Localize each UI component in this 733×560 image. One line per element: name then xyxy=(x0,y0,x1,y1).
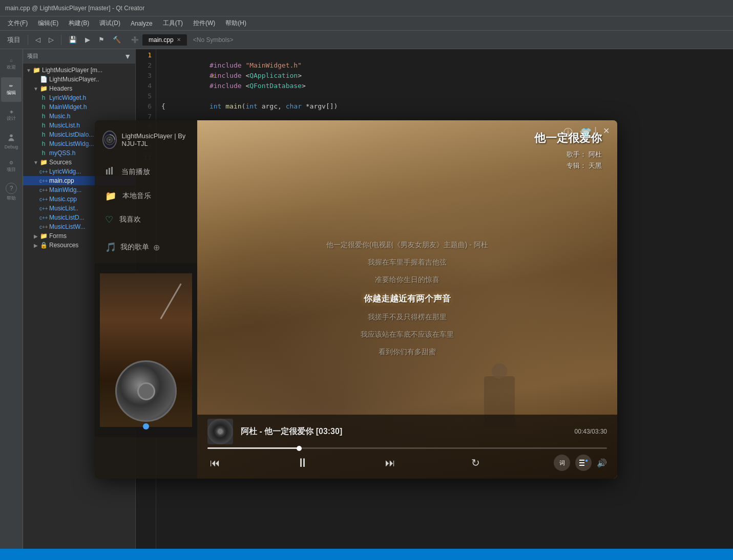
tree-s-musiclistd-label: MusicListD... xyxy=(49,214,85,221)
lyric-1: 我握在车里手握着吉他弦 xyxy=(368,258,447,267)
song-title: 他一定很爱你 xyxy=(213,131,602,146)
svg-rect-5 xyxy=(109,168,110,175)
menu-file[interactable]: 文件(F) xyxy=(3,17,33,30)
cpp-icon4: c++ xyxy=(39,197,48,202)
title-bar: main.cpp @ LightMusicPlayer [master] - Q… xyxy=(0,0,733,16)
sidebar-item-debug[interactable]: Debug xyxy=(1,128,22,153)
menu-help[interactable]: 帮助(H) xyxy=(220,17,252,30)
svg-rect-7 xyxy=(579,460,584,461)
now-playing-info: 阿杜 - 他一定很爱你 [03:30] 00:43/03:30 xyxy=(207,419,607,444)
playlist-section: 🎵 我的歌单 ⊕ xyxy=(95,242,197,253)
info-icon[interactable]: ⓘ xyxy=(563,126,573,139)
playlist-toggle-btn[interactable] xyxy=(575,455,592,471)
window-title: main.cpp @ LightMusicPlayer [master] - Q… xyxy=(5,5,144,12)
album-art-placeholder xyxy=(115,360,177,422)
lyric-btn[interactable]: 词 xyxy=(554,455,570,471)
tree-root[interactable]: ▼ 📁 LightMusicPlayer [m... xyxy=(23,66,135,75)
tree-header-label: 项目 xyxy=(27,52,38,60)
menu-bar: 文件(F) 编辑(E) 构建(B) 调试(D) Analyze 工具(T) 控件… xyxy=(0,16,733,31)
cpp-icon2: c++ xyxy=(39,178,48,184)
left-sidebar: ⌂ 欢迎 ✏ 编辑 ◈ 设计 Debug ⚙ 项目 ? 帮助 xyxy=(0,49,23,560)
music-player: LightMusicPlayer | By NJU-TJL 当前播放 📁 本地音… xyxy=(95,120,617,479)
tree-pro-label: LightMusicPlayer.. xyxy=(49,76,99,83)
song-info-top: 他一定很爱你 歌手： 阿杜 专辑： 天黑 xyxy=(197,120,617,183)
tree-h-music[interactable]: h Music.h xyxy=(23,112,135,121)
toolbar-btn-back[interactable]: ◁ xyxy=(32,34,44,45)
tree-sources-label: Sources xyxy=(49,159,72,166)
menu-debug[interactable]: 调试(D) xyxy=(94,17,125,30)
tree-h-main[interactable]: h MainWidget.h xyxy=(23,102,135,112)
sidebar-item-project[interactable]: ⚙ 项目 xyxy=(1,154,22,179)
tab-main-cpp[interactable]: main.cpp ✕ xyxy=(142,34,187,46)
lyric-5: 我应该站在车底不应该在车里 xyxy=(361,330,454,339)
repeat-btn[interactable]: ↻ xyxy=(469,454,483,471)
player-content-overlay: ⓘ 👕 — | ✕ 他一定很爱你 歌手： 阿杜 专辑： 天黑 xyxy=(197,120,617,479)
tree-item-pro[interactable]: 📄 LightMusicPlayer.. xyxy=(23,75,135,84)
play-pause-btn[interactable]: ⏸ xyxy=(294,453,311,472)
menu-tools[interactable]: 工具(T) xyxy=(158,17,188,30)
heart-icon: ♡ xyxy=(105,214,113,225)
now-playing-text: 阿杜 - 他一定很爱你 [03:30] xyxy=(241,426,567,437)
minimize-icon[interactable]: — xyxy=(580,126,588,136)
nav-favorites-label: 我喜欢 xyxy=(119,215,141,224)
h-file-icon4: h xyxy=(39,122,48,129)
tree-forms-label: Forms xyxy=(49,232,67,240)
tree-h-lyric[interactable]: h LyricWidget.h xyxy=(23,93,135,102)
close-icon[interactable]: ✕ xyxy=(603,126,610,136)
playlist-icon: 🎵 xyxy=(105,242,116,253)
progress-bar-bg[interactable] xyxy=(207,447,607,449)
toolbar-btn-debug-run[interactable]: ⚑ xyxy=(95,34,108,45)
nav-local-music[interactable]: 📁 本地音乐 xyxy=(95,184,197,208)
menu-edit[interactable]: 编辑(E) xyxy=(33,17,64,30)
sidebar-item-edit[interactable]: ✏ 编辑 xyxy=(1,77,22,102)
progress-container[interactable] xyxy=(207,447,607,449)
tree-header: 项目 ▼ xyxy=(23,49,135,63)
menu-build[interactable]: 构建(B) xyxy=(64,17,94,30)
nav-now-playing[interactable]: 当前播放 xyxy=(95,159,197,184)
toolbar-btn-forward[interactable]: ▷ xyxy=(46,34,57,45)
toolbar-btn-save[interactable]: 💾 xyxy=(66,34,80,45)
toolbar-add-tab[interactable]: ➕ xyxy=(131,36,139,44)
cpp-icon3: c++ xyxy=(39,187,48,193)
tree-s-music-label: Music.cpp xyxy=(49,196,77,203)
equalizer-icon xyxy=(105,165,115,176)
svg-point-0 xyxy=(10,135,13,138)
controls-row: ⏮ ⏸ ⏭ ↻ 词 xyxy=(207,453,607,472)
menu-analyze[interactable]: Analyze xyxy=(125,18,158,29)
project-icon: ⚙ xyxy=(9,160,13,165)
svg-rect-9 xyxy=(579,465,584,466)
playlist-add-btn[interactable]: ⊕ xyxy=(153,243,160,252)
lyric-6: 看到你们有多甜蜜 xyxy=(379,348,436,357)
tree-root-arrow: ▼ xyxy=(25,68,32,73)
volume-icon[interactable]: 🔊 xyxy=(597,458,607,468)
player-main: ⓘ 👕 — | ✕ 他一定很爱你 歌手： 阿杜 专辑： 天黑 xyxy=(197,120,617,479)
tree-resources-label: Resources xyxy=(49,242,78,249)
toolbar-btn-run[interactable]: ▶ xyxy=(82,34,93,45)
tab-main-cpp-close[interactable]: ✕ xyxy=(177,37,181,42)
tree-filter-icon[interactable]: ▼ xyxy=(124,52,131,60)
song-album: 专辑： 天黑 xyxy=(213,161,602,170)
prev-btn[interactable]: ⏮ xyxy=(207,455,223,471)
sidebar-item-design[interactable]: ◈ 设计 xyxy=(1,103,22,127)
toolbar-project-label: 项目 xyxy=(4,34,24,46)
menu-controls[interactable]: 控件(W) xyxy=(188,17,220,30)
svg-rect-4 xyxy=(106,169,108,175)
tree-s-mainwidget-label: MainWidg... xyxy=(49,186,81,193)
next-btn[interactable]: ⏭ xyxy=(383,455,398,471)
vinyl-logo-icon xyxy=(104,134,115,145)
toolbar: 项目 ◁ ▷ 💾 ▶ ⚑ 🔨 ➕ main.cpp ✕ <No Symbols> xyxy=(0,31,733,49)
sidebar-item-welcome[interactable]: ⌂ 欢迎 xyxy=(1,52,22,76)
progress-handle[interactable] xyxy=(297,446,302,451)
tree-s-musiclistw-label: MusicListW... xyxy=(49,223,86,230)
svg-rect-6 xyxy=(111,167,113,175)
vinyl-center xyxy=(137,382,155,400)
sidebar-item-help[interactable]: ? 帮助 xyxy=(1,180,22,204)
song-artist: 歌手： 阿杜 xyxy=(213,150,602,159)
tree-headers[interactable]: ▼ 📁 Headers xyxy=(23,84,135,93)
nav-favorites[interactable]: ♡ 我喜欢 xyxy=(95,208,197,231)
lyric-4: 我搓手不及只得楞在那里 xyxy=(368,313,447,322)
album-art-bg xyxy=(100,273,192,427)
toolbar-btn-build[interactable]: 🔨 xyxy=(110,34,124,45)
lyric-3: 你越走越近有两个声音 xyxy=(364,293,451,305)
cpp-icon1: c++ xyxy=(39,169,48,175)
